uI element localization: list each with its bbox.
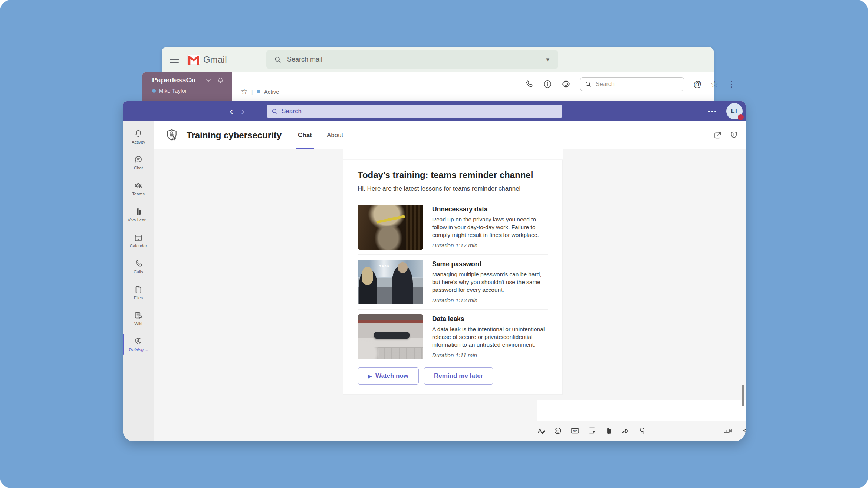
- teams-search-bar[interactable]: [267, 105, 562, 118]
- lesson-title: Same password: [432, 260, 548, 268]
- sidebar-item-calendar[interactable]: Calendar: [123, 227, 154, 253]
- sidebar-item-chat[interactable]: Chat: [123, 149, 154, 175]
- page-header: Training cybersecurity Chat About: [154, 121, 746, 149]
- message-subheading: Hi. Here are the latest lessons for team…: [358, 185, 548, 192]
- sidebar-item-calls[interactable]: Calls: [123, 253, 154, 279]
- active-indicator: [123, 334, 124, 355]
- message-heading: Today's training: teams reminder channel: [358, 170, 548, 180]
- paperlessco-search-bar[interactable]: [580, 77, 684, 91]
- lesson-row: Data leaks A data leak is the intentiona…: [358, 309, 548, 364]
- chevron-down-icon[interactable]: [206, 79, 211, 82]
- calendar-icon: [134, 233, 143, 243]
- tab-chat[interactable]: Chat: [298, 121, 312, 149]
- lesson-duration: Duration 1:11 min: [432, 352, 548, 359]
- training-app-icon: [164, 128, 179, 143]
- gmail-header: Gmail ▼: [162, 47, 714, 72]
- lesson-description: A data leak is the intentional or uninte…: [432, 326, 548, 349]
- gmail-search-bar[interactable]: ▼: [266, 50, 558, 69]
- message-input[interactable]: [537, 400, 746, 421]
- play-icon: ▶: [368, 373, 372, 379]
- lesson-list: Unnecessary data Read up on the privacy …: [358, 200, 548, 364]
- gmail-logo-text: Gmail: [203, 55, 227, 65]
- user-name[interactable]: Mike Taylor: [159, 88, 187, 94]
- shield-lock-icon: [134, 337, 143, 346]
- gmail-m-icon: [187, 55, 200, 65]
- avatar-initials: LT: [731, 108, 738, 115]
- desktop: Gmail ▼ PaperlessCo Mike Taylor ☆ |: [0, 0, 868, 488]
- viva-learning-icon[interactable]: [604, 426, 613, 435]
- gif-icon[interactable]: GIF: [570, 426, 580, 435]
- saved-items-star-icon[interactable]: ☆: [710, 79, 719, 89]
- sidebar-item-files[interactable]: Files: [123, 279, 154, 305]
- teams-more-menu-icon[interactable]: •••: [708, 101, 717, 121]
- gmail-search-input[interactable]: [287, 56, 540, 63]
- tab-about[interactable]: About: [327, 121, 343, 149]
- lesson-row: Unnecessary data Read up on the privacy …: [358, 200, 548, 254]
- chat-bubble-icon: [134, 155, 143, 165]
- lesson-duration: Duration 1:13 min: [432, 297, 548, 304]
- award-icon[interactable]: [638, 426, 647, 435]
- search-icon: [585, 80, 592, 88]
- phone-icon: [134, 259, 143, 268]
- sidebar-item-training[interactable]: Training ...: [123, 331, 154, 357]
- paperlessco-toolbar: @ ☆ ⋮: [524, 77, 736, 91]
- page-tabs: Chat About: [298, 121, 343, 149]
- training-bot-message: Today's training: teams reminder channel…: [343, 160, 563, 395]
- notification-bell-icon[interactable]: [217, 76, 224, 84]
- compose-toolbar: GIF: [537, 426, 746, 435]
- send-icon[interactable]: [742, 426, 746, 435]
- sidebar-item-viva-learning[interactable]: Viva Lear...: [123, 201, 154, 227]
- shield-icon[interactable]: [729, 130, 739, 140]
- viva-learning-icon: [134, 207, 143, 217]
- sidebar-item-activity[interactable]: Activity: [123, 123, 154, 149]
- people-group-icon: [134, 181, 143, 191]
- bell-icon: [134, 129, 143, 139]
- format-icon[interactable]: [537, 426, 546, 435]
- presence-busy-dot: [738, 114, 744, 120]
- thumbnail-text: 7989: [379, 264, 389, 268]
- workspace-name[interactable]: PaperlessCo: [152, 76, 195, 84]
- mentions-icon[interactable]: @: [693, 79, 701, 89]
- active-status-dot: [257, 90, 260, 93]
- info-icon[interactable]: [543, 79, 552, 89]
- wiki-icon: [134, 311, 143, 320]
- message-actions: ▶Watch now Remind me later: [358, 367, 548, 385]
- compose-area: GIF: [537, 400, 746, 435]
- paperlessco-window: PaperlessCo Mike Taylor ☆ | Active @: [142, 72, 714, 102]
- back-chevron-icon[interactable]: ‹: [230, 106, 233, 116]
- remind-me-later-button[interactable]: Remind me later: [424, 367, 493, 385]
- sticker-icon[interactable]: [588, 426, 596, 435]
- avatar[interactable]: LT: [726, 103, 743, 119]
- scrollbar-thumb[interactable]: [742, 385, 744, 406]
- sidebar-item-wiki[interactable]: Wiki: [123, 305, 154, 331]
- lesson-description: Read up on the privacy laws you need to …: [432, 216, 548, 239]
- sidebar-item-teams[interactable]: Teams: [123, 175, 154, 201]
- search-options-caret-icon[interactable]: ▼: [545, 56, 550, 63]
- chat-pane: Today's training: teams reminder channel…: [154, 149, 746, 441]
- search-icon: [271, 108, 278, 115]
- emoji-icon[interactable]: [553, 426, 562, 435]
- lesson-thumbnail[interactable]: 7989: [358, 260, 423, 304]
- lesson-title: Unnecessary data: [432, 205, 548, 213]
- watch-now-button[interactable]: ▶Watch now: [358, 367, 419, 385]
- lesson-thumbnail[interactable]: [358, 314, 423, 359]
- hamburger-menu-icon[interactable]: [170, 57, 179, 63]
- channel-status-bar: ☆ | Active: [241, 87, 279, 96]
- forward-chevron-icon[interactable]: ›: [241, 106, 244, 116]
- open-in-window-icon[interactable]: [713, 130, 723, 140]
- paperlessco-search-input[interactable]: [596, 81, 680, 88]
- paperlessco-sidebar-header: PaperlessCo Mike Taylor: [142, 72, 232, 102]
- share-icon[interactable]: [621, 426, 630, 435]
- page-title: Training cybersecurity: [187, 130, 282, 141]
- user-presence-dot: [152, 89, 156, 93]
- teams-titlebar: ‹ › ••• LT: [123, 101, 746, 121]
- lesson-thumbnail[interactable]: [358, 205, 423, 250]
- star-icon[interactable]: ☆: [241, 87, 248, 96]
- teams-search-input[interactable]: [282, 108, 558, 115]
- gear-icon[interactable]: [561, 79, 571, 89]
- kebab-menu-icon[interactable]: ⋮: [727, 82, 736, 86]
- video-call-icon[interactable]: [723, 426, 733, 435]
- document-icon: [134, 285, 143, 294]
- teams-app-rail: Activity Chat Teams Viva Lear... Calenda…: [123, 121, 154, 441]
- phone-icon[interactable]: [524, 79, 534, 89]
